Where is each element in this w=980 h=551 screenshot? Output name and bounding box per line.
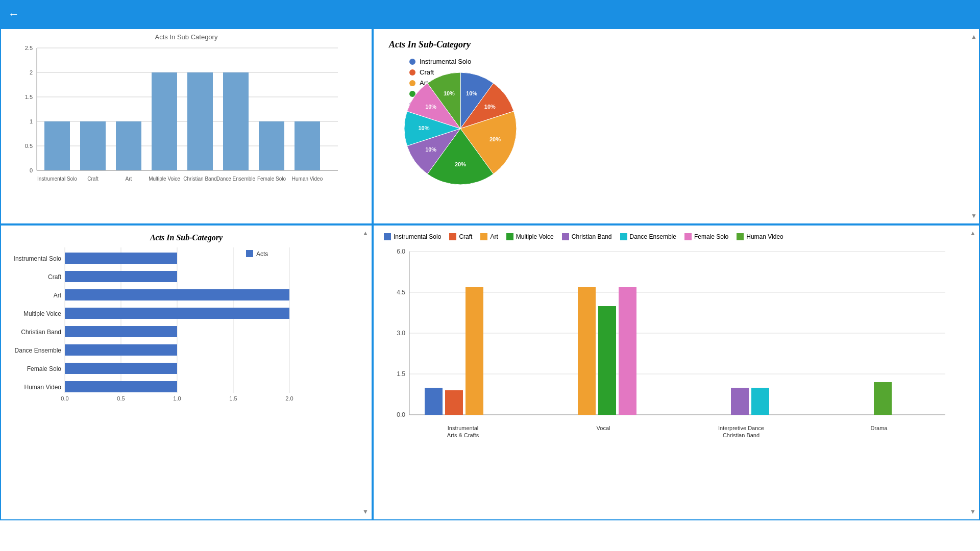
svg-rect-55 — [65, 326, 177, 337]
back-button[interactable]: ← — [8, 8, 19, 21]
q2-scroll-up[interactable]: ▲ — [971, 33, 977, 40]
svg-text:Acts: Acts — [256, 251, 268, 258]
svg-text:6.0: 6.0 — [397, 248, 405, 255]
svg-rect-12 — [44, 121, 70, 170]
svg-text:0.5: 0.5 — [117, 395, 125, 402]
svg-text:1.0: 1.0 — [173, 395, 181, 402]
svg-rect-20 — [187, 72, 213, 170]
hv2-box — [737, 233, 744, 240]
q3-scroll[interactable]: Acts In Sub-Category Instrumental Solo C… — [1, 226, 372, 519]
svg-text:0.0: 0.0 — [397, 411, 405, 418]
instrumental-label: Instrumental Solo — [394, 233, 441, 240]
svg-text:10%: 10% — [425, 146, 436, 153]
art2-label: Art — [490, 233, 498, 240]
svg-text:Human Video: Human Video — [24, 384, 62, 391]
legend-item-fs2: Female Solo — [684, 233, 728, 240]
q2-content: 10%10%20%20%10%10%10%10% Instrumental So… — [389, 58, 964, 140]
svg-rect-91 — [874, 382, 892, 415]
svg-rect-52 — [65, 271, 177, 282]
svg-text:Craft: Craft — [87, 176, 99, 182]
q4-svg: 0.0 1.5 3.0 4.5 6.0 Instrumental Ar — [384, 246, 961, 461]
svg-rect-54 — [65, 308, 289, 319]
q3-scroll-down[interactable]: ▼ — [362, 508, 369, 515]
svg-rect-78 — [425, 388, 443, 415]
svg-text:10%: 10% — [444, 90, 455, 96]
svg-text:Female Solo: Female Solo — [257, 176, 286, 182]
svg-text:1.5: 1.5 — [25, 94, 33, 100]
q2-title: Acts In Sub-Category — [389, 39, 964, 50]
legend-item-cb2: Christian Band — [562, 233, 612, 240]
svg-text:0.0: 0.0 — [61, 395, 68, 402]
svg-text:Multiple Voice: Multiple Voice — [149, 176, 180, 182]
svg-text:Art: Art — [126, 176, 132, 182]
de2-box — [620, 233, 627, 240]
svg-rect-53 — [65, 289, 289, 300]
svg-rect-51 — [65, 253, 177, 264]
svg-text:Vocal: Vocal — [597, 425, 610, 431]
de2-label: Dance Ensemble — [630, 233, 676, 240]
q1-title: Acts In Sub Category — [1, 29, 372, 43]
svg-text:2.5: 2.5 — [25, 45, 33, 51]
svg-text:Instrumental: Instrumental — [448, 425, 479, 431]
legend-item-art2: Art — [480, 233, 498, 240]
svg-rect-80 — [465, 287, 483, 415]
mv2-label: Multiple Voice — [516, 233, 554, 240]
svg-rect-79 — [445, 390, 463, 415]
svg-text:4.5: 4.5 — [397, 289, 405, 296]
svg-text:10%: 10% — [418, 125, 429, 131]
q2-scroll-down[interactable]: ▼ — [971, 212, 977, 219]
q4-legend: Instrumental Solo Craft Art Multiple Voi… — [384, 233, 969, 240]
svg-text:20%: 20% — [489, 136, 501, 142]
main-grid: Acts In Sub Category 0 0.5 1 1.5 2 2.5 — [0, 28, 980, 551]
pie-svg-correct: 10%10%20%20%10%10%10%10% — [389, 57, 532, 200]
svg-text:Craft: Craft — [48, 273, 62, 281]
q3-scroll-up[interactable]: ▲ — [362, 230, 369, 237]
svg-text:Interpretive Dance: Interpretive Dance — [718, 425, 764, 431]
instrumental-box — [384, 233, 391, 240]
svg-text:Multiple Voice: Multiple Voice — [23, 310, 61, 317]
q2-pie-chart[interactable]: Acts In Sub-Category — [373, 28, 980, 224]
svg-text:0: 0 — [30, 167, 33, 173]
svg-text:Drama: Drama — [870, 425, 888, 431]
mv2-box — [506, 233, 513, 240]
svg-text:2: 2 — [30, 69, 33, 76]
legend-item-craft2: Craft — [449, 233, 472, 240]
art2-box — [480, 233, 487, 240]
svg-rect-87 — [731, 388, 749, 415]
q4-scroll[interactable]: Instrumental Solo Craft Art Multiple Voi… — [374, 226, 979, 519]
q4-scroll-down[interactable]: ▼ — [970, 508, 976, 515]
svg-text:3.0: 3.0 — [397, 330, 405, 337]
svg-text:Arts & Crafts: Arts & Crafts — [447, 432, 479, 438]
q3-svg: Instrumental Solo Craft Art Multiple Voi… — [6, 247, 343, 406]
q1-bar-chart: Acts In Sub Category 0 0.5 1 1.5 2 2.5 — [0, 28, 373, 224]
q3-title: Acts In Sub-Category — [6, 233, 366, 242]
fs2-label: Female Solo — [694, 233, 728, 240]
svg-text:10%: 10% — [425, 104, 436, 110]
legend-item-hv2: Human Video — [737, 233, 783, 240]
svg-rect-22 — [223, 72, 249, 170]
legend-item-instrumental: Instrumental Solo — [384, 233, 441, 240]
q4-gbar-chart[interactable]: Instrumental Solo Craft Art Multiple Voi… — [373, 224, 980, 520]
svg-rect-56 — [65, 344, 177, 356]
header: ← — [0, 0, 980, 28]
svg-text:10%: 10% — [466, 90, 477, 96]
svg-text:0.5: 0.5 — [25, 143, 33, 149]
q1-svg: 0 0.5 1 1.5 2 2.5 Instrumental Solo Craf… — [6, 43, 353, 216]
q3-hbar-chart[interactable]: Acts In Sub-Category Instrumental Solo C… — [0, 224, 373, 520]
svg-text:Instrumental Solo: Instrumental Solo — [37, 176, 77, 182]
svg-text:1.5: 1.5 — [397, 370, 405, 378]
svg-text:Female Solo: Female Solo — [27, 365, 62, 372]
q4-scroll-up[interactable]: ▲ — [970, 230, 976, 237]
svg-text:Dance Ensemble: Dance Ensemble — [15, 347, 62, 354]
svg-text:20%: 20% — [455, 161, 466, 167]
svg-text:1.5: 1.5 — [229, 395, 237, 402]
craft2-label: Craft — [459, 233, 472, 240]
svg-text:Christian Band: Christian Band — [723, 432, 760, 438]
svg-rect-88 — [751, 388, 769, 415]
svg-rect-26 — [295, 121, 320, 170]
svg-rect-58 — [65, 381, 177, 392]
svg-rect-85 — [619, 287, 636, 415]
svg-text:Art: Art — [54, 292, 62, 299]
svg-text:2.0: 2.0 — [285, 395, 293, 402]
svg-text:Christian Band: Christian Band — [21, 329, 61, 336]
